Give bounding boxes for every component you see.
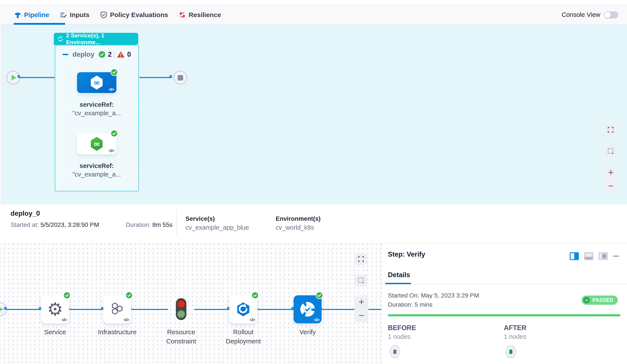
edge-connector-dot (4, 307, 6, 310)
duration-value: 8m 55s (152, 221, 172, 228)
tab-resilience-label: Resilience (189, 11, 221, 19)
edge (257, 309, 294, 310)
tab-resilience[interactable]: Resilience (178, 5, 221, 24)
stage-group-tag-label: 2 Service(s), 1 Environme... (66, 32, 135, 46)
edge (194, 309, 229, 310)
play-icon (12, 75, 16, 81)
zoom-control: + − (604, 166, 618, 193)
success-badge-icon (110, 130, 118, 137)
failure-count-icon (117, 51, 125, 58)
rollout-deployment-icon (235, 301, 252, 318)
panel-header-divider (381, 284, 627, 284)
gear-icon: ⚙ (47, 300, 63, 318)
service-node-2[interactable]: ∞ </> (77, 133, 116, 154)
started-at: Started at: 5/5/2023, 3:28:50 PM (10, 221, 99, 228)
step-label: Verify (281, 327, 334, 337)
step-duration: Duration: 5 mins (388, 301, 432, 308)
stage-group-tag[interactable]: 2 Service(s), 1 Environme... (54, 33, 138, 45)
fit-to-screen-button[interactable] (604, 124, 617, 136)
toggle-knob (605, 12, 611, 18)
execution-tabs-bar: Pipeline Inputs Policy Evaluations Resil… (0, 5, 627, 25)
zoom-out-button[interactable]: − (608, 181, 614, 191)
zoom-in-button[interactable]: + (359, 297, 364, 307)
left-gutter (0, 25, 1, 205)
loop-icon (57, 36, 63, 42)
step-node-resource-constraint[interactable] (176, 298, 186, 320)
panel-thumb (602, 254, 606, 259)
edge-connector-dot (17, 75, 20, 78)
minimize-panel-button[interactable] (613, 256, 619, 257)
harness-service-icon: ∞ (90, 137, 103, 151)
chaos-resilience-icon (178, 11, 186, 19)
tab-policy-evaluations[interactable]: Policy Evaluations (100, 5, 168, 24)
window-top-strip (0, 0, 627, 5)
collapse-stage-button[interactable] (62, 54, 68, 55)
pipeline-stage-canvas[interactable]: 2 Service(s), 1 Environme... deploy 2 0 … (0, 25, 627, 205)
fullscreen-icon (607, 126, 614, 133)
stop-icon (178, 75, 183, 81)
console-view-label: Console View (562, 11, 600, 18)
fit-to-screen-button[interactable] (355, 253, 367, 265)
selection-box-icon (358, 277, 364, 284)
success-badge-icon (251, 292, 259, 299)
after-node-hexagon[interactable] (505, 345, 517, 358)
step-node-rollout-deployment[interactable]: </> (229, 295, 257, 323)
zoom-in-button[interactable]: + (608, 167, 614, 177)
edge-start-to-stage (19, 77, 55, 78)
service-node-1[interactable]: ∞ </> (77, 72, 116, 93)
fullscreen-icon (358, 256, 364, 262)
infrastructure-icon (109, 301, 126, 318)
pipeline-end-node[interactable] (173, 71, 187, 84)
success-count-icon (99, 51, 105, 58)
layout-right-split-button[interactable] (570, 252, 579, 260)
step-details-title: Step: Verify (388, 251, 425, 258)
tab-details[interactable]: Details (388, 271, 410, 279)
pipeline-icon (14, 11, 21, 19)
marquee-select-button[interactable] (604, 145, 617, 157)
marquee-select-button[interactable] (355, 274, 367, 287)
before-node-hexagon[interactable] (389, 345, 401, 358)
shield-check-icon (100, 11, 107, 19)
zoom-out-button[interactable]: − (359, 311, 364, 320)
step-execution-canvas[interactable]: ⚙ </> Service </> Infrastructu (0, 244, 381, 364)
stage-name: deploy (72, 51, 94, 58)
layout-bottom-split-button[interactable] (584, 252, 593, 260)
step-node-service[interactable]: ⚙ </> (41, 295, 69, 323)
edge (322, 309, 381, 310)
step-node-infrastructure[interactable]: </> (103, 295, 131, 323)
edge-stage-to-end (139, 77, 172, 78)
code-glyph-icon: </> (314, 317, 319, 322)
after-node-count: 1 nodes (504, 333, 526, 340)
success-badge-icon (63, 292, 71, 299)
harness-service-icon: ∞ (90, 76, 103, 90)
play-icon (0, 307, 3, 312)
layout-floating-panel-button[interactable] (599, 252, 608, 260)
active-tab-underline (14, 23, 65, 25)
services-value[interactable]: cv_example_app_blue (186, 224, 249, 231)
tab-pipeline[interactable]: Pipeline (14, 5, 49, 24)
success-count: 2 (108, 51, 111, 58)
code-glyph-icon: </> (250, 317, 255, 322)
edge-connector-dot (169, 75, 172, 78)
code-glyph-icon: </> (61, 317, 67, 322)
step-started-on: Started On: May 5, 2023 3:29 PM (388, 292, 479, 299)
console-view-toggle[interactable] (604, 11, 618, 18)
duration: Duration: 8m 55s (126, 221, 172, 228)
node-status-dot (393, 350, 396, 354)
status-badge: PASSED (582, 296, 618, 305)
edge (69, 309, 103, 310)
before-node-count: 1 nodes (388, 333, 411, 340)
selection-box-icon (607, 148, 614, 155)
environments-value[interactable]: cv_world_k8s (276, 224, 314, 231)
success-badge-icon (125, 292, 133, 299)
code-glyph-icon: </> (109, 87, 114, 92)
verification-progress-bar (388, 314, 621, 316)
node-status-dot (509, 350, 512, 354)
count-divider (114, 51, 114, 58)
step-label: Service (29, 327, 81, 337)
service-ref-value: "cv_example_a... (64, 109, 130, 117)
tab-inputs[interactable]: Inputs (60, 5, 90, 24)
step-node-verify[interactable]: </> (294, 295, 322, 323)
panel-layout-controls (570, 252, 619, 260)
stage-header-row: deploy 2 0 (55, 51, 139, 58)
